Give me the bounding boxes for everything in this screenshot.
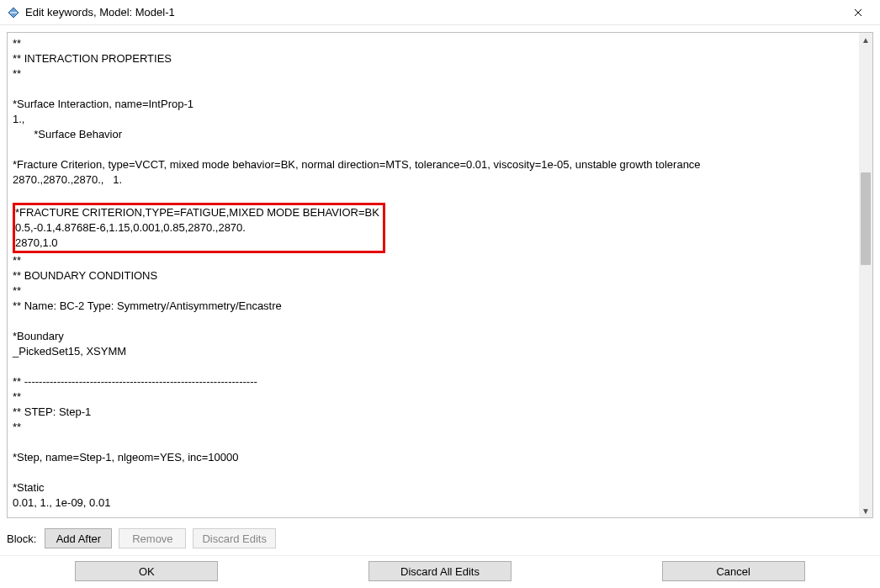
editor-line[interactable] — [13, 435, 854, 450]
editor-line[interactable]: *Surface Behavior — [13, 127, 854, 142]
editor-line[interactable]: *Static — [13, 480, 854, 495]
block-toolbar: Block: Add After Remove Discard Edits — [0, 525, 880, 556]
editor-line[interactable]: ** -------------------------------------… — [13, 374, 854, 389]
editor-line[interactable]: 0.01, 1., 1e-09, 0.01 — [13, 495, 854, 511]
editor-line[interactable]: *Fracture Criterion, type=VCCT, mixed mo… — [13, 157, 854, 172]
vertical-scrollbar[interactable]: ▲ ▼ — [859, 33, 872, 517]
close-button[interactable] — [840, 0, 877, 25]
remove-button: Remove — [119, 528, 186, 548]
titlebar: Edit keywords, Model: Model-1 — [0, 0, 880, 25]
discard-edits-button: Discard Edits — [193, 528, 276, 548]
add-after-button[interactable]: Add After — [45, 528, 112, 548]
editor-line[interactable]: ** — [13, 36, 854, 51]
editor-line[interactable]: 0.5,-0.1,4.8768E-6,1.15,0.001,0.85,2870.… — [15, 220, 379, 236]
dialog-buttons: OK Discard All Edits Cancel — [0, 556, 880, 588]
fatigue-fracture-criterion-block[interactable]: *FRACTURE CRITERION,TYPE=FATIGUE,MIXED M… — [13, 203, 385, 253]
editor-line[interactable]: ** — [13, 389, 854, 405]
editor-line[interactable] — [13, 82, 854, 97]
editor-line[interactable] — [13, 465, 854, 480]
editor-line[interactable]: *Step, name=Step-1, nlgeom=YES, inc=1000… — [13, 450, 854, 465]
editor-line[interactable]: ** — [13, 253, 854, 268]
editor-line[interactable]: ** INTERACTION PROPERTIES — [13, 51, 854, 66]
editor-line[interactable]: 2870.,2870.,2870., 1. — [13, 172, 854, 188]
editor-line[interactable]: *Boundary — [13, 329, 854, 344]
window-title: Edit keywords, Model: Model-1 — [25, 6, 175, 19]
editor-line[interactable]: ** — [13, 420, 854, 435]
cancel-button[interactable]: Cancel — [662, 561, 805, 581]
editor-line[interactable] — [13, 359, 854, 374]
editor-line[interactable]: 1., — [13, 112, 854, 127]
app-icon — [7, 6, 20, 19]
scroll-down-arrow-icon[interactable]: ▼ — [859, 504, 872, 517]
editor-line[interactable] — [13, 142, 854, 157]
editor-line[interactable]: _PickedSet15, XSYMM — [13, 344, 854, 359]
editor-line[interactable]: ** BOUNDARY CONDITIONS — [13, 268, 854, 283]
editor-line[interactable]: ** — [13, 66, 854, 82]
editor-line[interactable]: ** Name: BC-2 Type: Symmetry/Antisymmetr… — [13, 299, 854, 314]
editor-line[interactable]: ** STEP: Step-1 — [13, 405, 854, 420]
scroll-up-arrow-icon[interactable]: ▲ — [859, 33, 872, 46]
block-label: Block: — [7, 532, 36, 545]
editor-line[interactable]: ** — [13, 283, 854, 299]
editor-line[interactable] — [13, 511, 854, 517]
scrollbar-track[interactable] — [859, 46, 872, 504]
editor-line[interactable]: *Surface Interaction, name=IntProp-1 — [13, 97, 854, 112]
keyword-editor[interactable]: **** INTERACTION PROPERTIES** *Surface I… — [7, 32, 873, 518]
editor-line[interactable] — [13, 188, 854, 203]
editor-line[interactable]: 2870,1.0 — [15, 236, 379, 251]
editor-line[interactable] — [13, 314, 854, 329]
discard-all-edits-button[interactable]: Discard All Edits — [368, 561, 512, 581]
scrollbar-thumb[interactable] — [861, 172, 871, 265]
ok-button[interactable]: OK — [75, 561, 218, 581]
editor-line[interactable]: *FRACTURE CRITERION,TYPE=FATIGUE,MIXED M… — [15, 205, 379, 220]
close-icon — [854, 8, 862, 17]
